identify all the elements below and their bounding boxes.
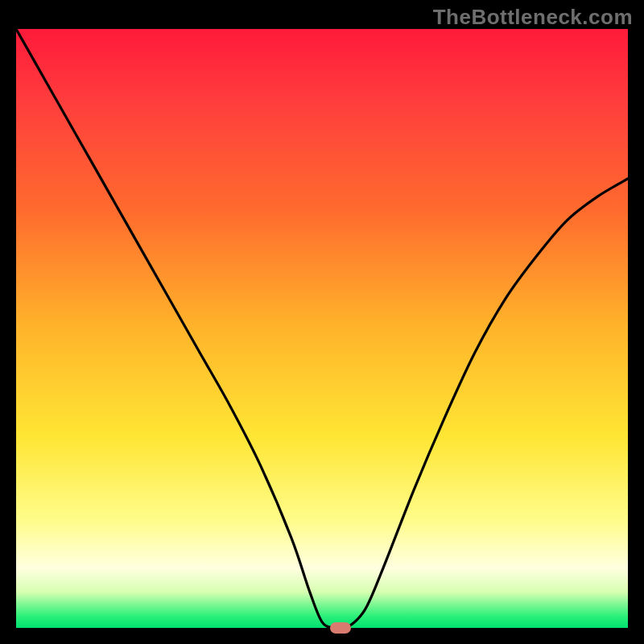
- curve-layer: [16, 29, 628, 628]
- bottleneck-curve-path: [16, 29, 628, 628]
- plot-area: [16, 29, 628, 628]
- chart-frame: TheBottleneck.com: [0, 0, 644, 644]
- bottleneck-marker: [330, 622, 351, 634]
- branding-watermark: TheBottleneck.com: [433, 5, 633, 30]
